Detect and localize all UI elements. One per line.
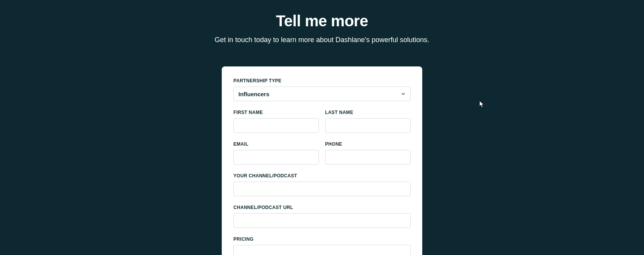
channel-podcast-input[interactable] <box>233 182 411 196</box>
email-input[interactable] <box>233 150 319 165</box>
partnership-type-label: PARTNERSHIP TYPE <box>233 78 411 83</box>
partnership-type-select[interactable]: Influencers <box>233 87 411 101</box>
contact-form-card: PARTNERSHIP TYPE Influencers FIRST NAME … <box>222 66 422 255</box>
last-name-input[interactable] <box>325 118 411 133</box>
channel-podcast-group: YOUR CHANNEL/PODCAST <box>233 173 411 196</box>
phone-group: PHONE <box>325 141 411 165</box>
channel-podcast-url-input[interactable] <box>233 213 411 228</box>
page-title: Tell me more <box>0 12 644 30</box>
first-name-group: FIRST NAME <box>233 110 319 133</box>
name-row: FIRST NAME LAST NAME <box>233 110 411 141</box>
channel-podcast-label: YOUR CHANNEL/PODCAST <box>233 173 411 178</box>
first-name-label: FIRST NAME <box>233 110 319 115</box>
pricing-group: PRICING <box>233 236 411 255</box>
page-header: Tell me more Get in touch today to learn… <box>0 0 644 44</box>
pricing-label: PRICING <box>233 236 411 242</box>
last-name-group: LAST NAME <box>325 110 411 133</box>
channel-podcast-url-label: CHANNEL/PODCAST URL <box>233 205 411 210</box>
channel-podcast-url-group: CHANNEL/PODCAST URL <box>233 205 411 228</box>
contact-row: EMAIL PHONE <box>233 141 411 173</box>
page-subtitle: Get in touch today to learn more about D… <box>0 36 644 44</box>
mouse-cursor-icon <box>479 100 485 108</box>
first-name-input[interactable] <box>233 118 319 133</box>
pricing-input[interactable] <box>233 245 411 255</box>
email-label: EMAIL <box>233 141 319 147</box>
partnership-type-group: PARTNERSHIP TYPE Influencers <box>233 78 411 101</box>
phone-input[interactable] <box>325 150 411 165</box>
last-name-label: LAST NAME <box>325 110 411 115</box>
partnership-type-select-wrapper: Influencers <box>233 87 411 101</box>
email-group: EMAIL <box>233 141 319 165</box>
phone-label: PHONE <box>325 141 411 147</box>
